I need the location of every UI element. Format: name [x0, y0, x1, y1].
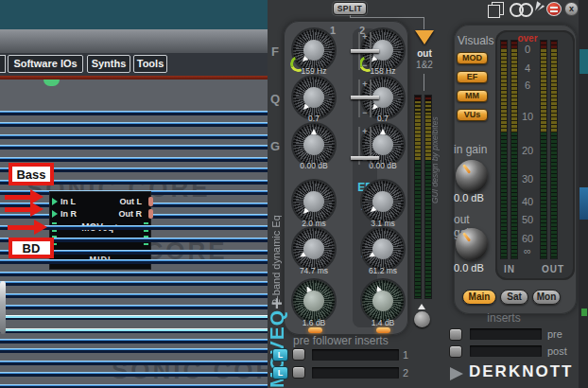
- pin-off-icon[interactable]: [532, 2, 545, 17]
- main-button[interactable]: Main: [462, 290, 496, 305]
- pre-follower-title: pre follower inserts: [293, 334, 389, 347]
- scale-0: 0: [509, 44, 546, 55]
- link-button-2[interactable]: L: [272, 366, 288, 379]
- cable-stripe: [0, 111, 268, 115]
- tab-tools[interactable]: Tools: [133, 55, 167, 73]
- ef-gain-knob-band1[interactable]: [293, 280, 335, 322]
- desktop-edge: [579, 0, 588, 388]
- small-knob-pointer: [418, 304, 425, 309]
- copy-icon[interactable]: [488, 2, 504, 17]
- cable-stripe: [0, 339, 268, 344]
- scale-60: 60: [509, 233, 546, 244]
- tab-partial[interactable]: [0, 55, 6, 73]
- pre-insert-slot[interactable]: [470, 328, 542, 340]
- pre-insert-bypass[interactable]: [449, 328, 462, 341]
- out-meter-r: [550, 40, 558, 259]
- daw-header-gradient: [0, 29, 268, 53]
- cable-stripe: [0, 293, 268, 298]
- input-port-icon[interactable]: [52, 198, 58, 205]
- daw-tab-bar: Software IOs Synths Tools: [0, 53, 268, 76]
- ef-gain-knob-band2[interactable]: [362, 280, 404, 322]
- daw-modular-view: Software IOs Synths Tools SONIC CORE SON…: [0, 0, 268, 388]
- in-gain-knob[interactable]: [456, 160, 488, 192]
- scale-10: 10: [509, 111, 546, 122]
- desktop-sliver: [579, 49, 588, 74]
- in-gain-label: in gain: [454, 143, 492, 156]
- input-port-icon[interactable]: [52, 210, 58, 218]
- port-label-in-r: In R: [61, 208, 77, 220]
- sat-button[interactable]: Sat: [500, 290, 528, 305]
- annotation-arrow: [8, 225, 34, 230]
- follower-led[interactable]: [376, 327, 390, 333]
- insert-bypass-2[interactable]: [292, 366, 305, 379]
- moveq-module-box[interactable]: In L Out L In R Out R MOVeq+ MIDI: [49, 191, 151, 270]
- link-circles-icon[interactable]: [510, 2, 532, 17]
- annotation-bass-label: Bass: [9, 163, 54, 185]
- out-gain-knob[interactable]: [456, 228, 488, 260]
- scale-30: 30: [509, 173, 546, 185]
- knob-pointer: [293, 124, 335, 166]
- cable-stripe: [0, 384, 268, 388]
- output-port-icon[interactable]: [148, 197, 153, 206]
- freq-knob-band1[interactable]: [293, 29, 335, 71]
- gain-knob-band1[interactable]: [293, 124, 335, 166]
- daw-header: [0, 0, 268, 29]
- cable-stripe: [0, 315, 268, 320]
- cable-stripe: [0, 361, 268, 365]
- connector-line: [424, 17, 424, 29]
- follower-led[interactable]: [308, 327, 322, 333]
- annotation-arrow-head: [34, 220, 47, 235]
- band-1-number: 1: [330, 25, 336, 36]
- release-knob-band1[interactable]: [293, 228, 335, 270]
- cable-stripe: [0, 272, 268, 276]
- mm-button[interactable]: MM: [457, 90, 488, 102]
- ef-button[interactable]: EF: [457, 71, 488, 83]
- connector-line: [424, 74, 424, 91]
- follower-meter-right: [424, 95, 432, 299]
- cable-stripe: [0, 259, 268, 264]
- q-knob-band2[interactable]: [362, 77, 404, 118]
- q-knob-band1[interactable]: [293, 77, 335, 118]
- gain-knob-band2[interactable]: [362, 124, 404, 166]
- desktop-sliver: [579, 187, 588, 220]
- attack-knob-band2[interactable]: [362, 181, 404, 222]
- freq-knob-band2[interactable]: [362, 29, 404, 71]
- close-icon[interactable]: x: [564, 2, 579, 16]
- meter-mode-knob[interactable]: [414, 311, 430, 327]
- scrollbar-thumb[interactable]: [0, 281, 6, 334]
- output-port-icon[interactable]: [148, 209, 153, 219]
- port-label-out-l: Out L: [120, 196, 143, 208]
- insert-bypass-1[interactable]: [292, 348, 305, 361]
- moveq-plugin-window: x SPLIT 1 2 F Q G 159 Hz 158 Hz 0.7 0.7: [268, 0, 579, 388]
- scale-50: 50: [509, 214, 546, 225]
- annotation-arrow-head: [30, 202, 43, 217]
- insert-slot-1[interactable]: [312, 349, 399, 361]
- follower-meter-left: [414, 95, 422, 299]
- scale-4: 4: [509, 62, 546, 74]
- tab-software-ios[interactable]: Software IOs: [8, 55, 83, 73]
- in-meter-l: [500, 40, 508, 259]
- cable-stripe: [0, 134, 268, 139]
- visuals-title: Visuals: [458, 34, 493, 47]
- minimize-icon[interactable]: [546, 2, 562, 16]
- attack-knob-band1[interactable]: [293, 181, 335, 222]
- cable-stripe: [0, 328, 268, 333]
- mod-button[interactable]: MOD: [457, 52, 488, 64]
- tab-synths[interactable]: Synths: [87, 55, 130, 73]
- out-gain-value: 0.0 dB: [454, 262, 492, 273]
- separator-line: [0, 76, 268, 79]
- link-button-1[interactable]: L: [272, 348, 288, 362]
- post-insert-bypass[interactable]: [449, 345, 462, 358]
- post-insert-label: post: [547, 345, 567, 357]
- meter-in-label: IN: [504, 264, 515, 274]
- split-button[interactable]: SPLIT: [333, 2, 367, 15]
- insert-slot-2[interactable]: [312, 367, 399, 379]
- post-insert-slot[interactable]: [470, 345, 542, 357]
- mon-button[interactable]: Mon: [532, 290, 561, 305]
- port-label-in-l: In L: [61, 196, 76, 208]
- release-knob-band2[interactable]: [362, 228, 404, 270]
- row-label-f: F: [268, 44, 282, 59]
- midi-port-icon[interactable]: [43, 79, 60, 86]
- vus-button[interactable]: VUs: [457, 109, 488, 121]
- row-label-g: G: [268, 139, 282, 153]
